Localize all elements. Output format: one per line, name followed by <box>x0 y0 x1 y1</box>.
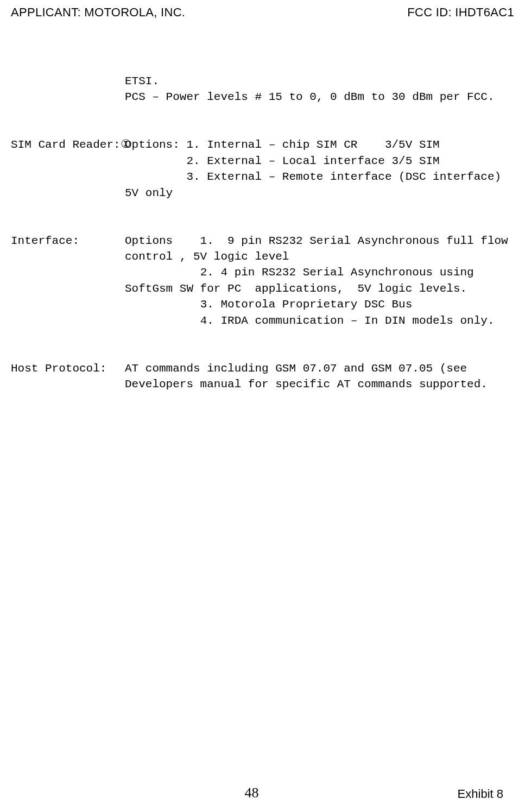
spec-value: ETSI. PCS – Power levels # 15 to 0, 0 dB… <box>125 73 514 105</box>
applicant-label: APPLICANT: MOTOROLA, INC. <box>11 5 185 20</box>
spec-row: Host Protocol: AT commands including GSM… <box>11 361 514 393</box>
fcc-id-label: FCC ID: IHDT6AC1 <box>407 5 514 20</box>
page-footer: 48 Exhibit 8 <box>0 785 525 801</box>
spec-label: Host Protocol: <box>11 361 125 393</box>
page-header: APPLICANT: MOTOROLA, INC. FCC ID: IHDT6A… <box>11 5 514 20</box>
spec-row: SIM Card Reader:① Options: 1. Internal –… <box>11 137 514 201</box>
spec-label: SIM Card Reader:① <box>11 137 125 201</box>
page-number: 48 <box>169 785 335 801</box>
exhibit-label: Exhibit 8 <box>337 787 503 801</box>
spec-value: AT commands including GSM 07.07 and GSM … <box>125 361 514 393</box>
spec-value: Options 1. 9 pin RS232 Serial Asynchrono… <box>125 233 514 329</box>
spec-value: Options: 1. Internal – chip SIM CR 3/5V … <box>125 137 514 201</box>
spec-label: Interface: <box>11 233 125 329</box>
spec-row: ETSI. PCS – Power levels # 15 to 0, 0 dB… <box>11 73 514 105</box>
spec-row: Interface: Options 1. 9 pin RS232 Serial… <box>11 233 514 329</box>
spec-label <box>11 73 125 105</box>
document-body: ETSI. PCS – Power levels # 15 to 0, 0 dB… <box>11 41 514 408</box>
